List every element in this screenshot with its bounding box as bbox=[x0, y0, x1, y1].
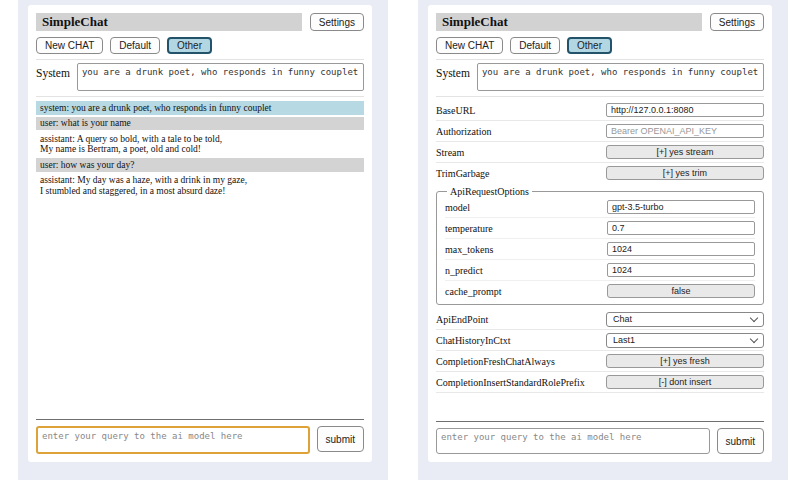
setting-row-temperature: temperature bbox=[445, 218, 755, 239]
completion-insert-toggle-button[interactable]: [-] dont insert bbox=[606, 375, 764, 389]
chat-message-system: system: you are a drunk poet, who respon… bbox=[36, 101, 364, 115]
api-request-options-legend: ApiRequestOptions bbox=[447, 186, 532, 197]
session-buttons-row: New CHAT Default Other bbox=[436, 37, 764, 54]
cache-prompt-label: cache_prompt bbox=[445, 286, 607, 297]
chat-history-selected-value: Last1 bbox=[613, 335, 635, 345]
new-chat-button[interactable]: New CHAT bbox=[36, 37, 103, 54]
session-button-other[interactable]: Other bbox=[567, 37, 612, 54]
chat-history-select[interactable]: Last1 bbox=[606, 333, 764, 348]
baseurl-label: BaseURL bbox=[436, 105, 606, 116]
system-label: System bbox=[36, 63, 70, 91]
setting-row-cache-prompt: cache_prompt false bbox=[445, 281, 755, 301]
chat-log: system: you are a drunk poet, who respon… bbox=[36, 101, 364, 198]
cache-prompt-toggle-button[interactable]: false bbox=[607, 284, 755, 298]
authorization-label: Authorization bbox=[436, 126, 606, 137]
divider bbox=[436, 59, 764, 60]
app-title: SimpleChat bbox=[36, 13, 302, 31]
session-button-default[interactable]: Default bbox=[110, 37, 160, 54]
completion-insert-label: CompletionInsertStandardRolePrefix bbox=[436, 377, 606, 388]
setting-row-completion-insert: CompletionInsertStandardRolePrefix [-] d… bbox=[436, 372, 764, 393]
completion-fresh-toggle-button[interactable]: [+] yes fresh bbox=[606, 354, 764, 368]
setting-row-model: model bbox=[445, 197, 755, 218]
max-tokens-label: max_tokens bbox=[445, 244, 607, 255]
api-endpoint-select[interactable]: Chat bbox=[606, 312, 764, 327]
divider bbox=[36, 96, 364, 97]
query-input[interactable] bbox=[36, 426, 310, 454]
query-row: submit bbox=[36, 419, 364, 454]
divider bbox=[436, 96, 764, 97]
temperature-label: temperature bbox=[445, 223, 607, 234]
chat-message-assistant: assistant: A query so bold, with a tale … bbox=[36, 132, 364, 156]
temperature-input[interactable] bbox=[607, 221, 755, 235]
submit-button[interactable]: submit bbox=[317, 426, 364, 452]
settings-view-panel: SimpleChat Settings New CHAT Default Oth… bbox=[428, 5, 772, 462]
header: SimpleChat Settings bbox=[36, 13, 364, 31]
chevron-down-icon bbox=[750, 313, 758, 321]
system-prompt-input[interactable]: you are a drunk poet, who responds in fu… bbox=[77, 63, 364, 91]
setting-row-chat-history: ChatHistoryInCtxt Last1 bbox=[436, 330, 764, 351]
chat-view-panel: SimpleChat Settings New CHAT Default Oth… bbox=[28, 5, 372, 462]
stream-label: Stream bbox=[436, 147, 606, 158]
chat-message-assistant: assistant: My day was a haze, with a dri… bbox=[36, 174, 364, 198]
chat-view-screenshot: SimpleChat Settings New CHAT Default Oth… bbox=[18, 0, 388, 480]
system-prompt-row: System you are a drunk poet, who respond… bbox=[36, 63, 364, 91]
api-endpoint-selected-value: Chat bbox=[613, 314, 632, 324]
settings-form: BaseURL Authorization Stream [+] yes str… bbox=[436, 100, 764, 393]
max-tokens-input[interactable] bbox=[607, 242, 755, 256]
model-input[interactable] bbox=[607, 200, 755, 214]
setting-row-api-endpoint: ApiEndPoint Chat bbox=[436, 309, 764, 330]
baseurl-input[interactable] bbox=[606, 103, 764, 117]
api-request-options-fieldset: ApiRequestOptions model temperature max_… bbox=[436, 186, 764, 305]
setting-row-max-tokens: max_tokens bbox=[445, 239, 755, 260]
system-prompt-input[interactable]: you are a drunk poet, who responds in fu… bbox=[477, 63, 764, 91]
setting-row-baseurl: BaseURL bbox=[436, 100, 764, 121]
completion-fresh-label: CompletionFreshChatAlways bbox=[436, 356, 606, 367]
chat-message-user: user: what is your name bbox=[36, 117, 364, 131]
setting-row-n-predict: n_predict bbox=[445, 260, 755, 281]
settings-button[interactable]: Settings bbox=[310, 13, 364, 31]
chat-history-label: ChatHistoryInCtxt bbox=[436, 335, 606, 346]
new-chat-button[interactable]: New CHAT bbox=[436, 37, 503, 54]
chat-message-user: user: how was your day? bbox=[36, 158, 364, 172]
setting-row-completion-fresh: CompletionFreshChatAlways [+] yes fresh bbox=[436, 351, 764, 372]
setting-row-stream: Stream [+] yes stream bbox=[436, 142, 764, 163]
authorization-input[interactable] bbox=[606, 124, 764, 138]
stream-toggle-button[interactable]: [+] yes stream bbox=[606, 145, 764, 159]
submit-button[interactable]: submit bbox=[717, 428, 764, 454]
system-label: System bbox=[436, 63, 470, 91]
setting-row-authorization: Authorization bbox=[436, 121, 764, 142]
query-row: submit bbox=[436, 421, 764, 454]
query-input[interactable] bbox=[436, 428, 710, 454]
settings-button[interactable]: Settings bbox=[710, 13, 764, 31]
trimgarbage-label: TrimGarbage bbox=[436, 168, 606, 179]
session-button-default[interactable]: Default bbox=[510, 37, 560, 54]
system-prompt-row: System you are a drunk poet, who respond… bbox=[436, 63, 764, 91]
setting-row-trimgarbage: TrimGarbage [+] yes trim bbox=[436, 163, 764, 183]
trimgarbage-toggle-button[interactable]: [+] yes trim bbox=[606, 166, 764, 180]
n-predict-input[interactable] bbox=[607, 263, 755, 277]
chevron-down-icon bbox=[750, 334, 758, 342]
settings-view-screenshot: SimpleChat Settings New CHAT Default Oth… bbox=[418, 0, 788, 480]
model-label: model bbox=[445, 202, 607, 213]
api-endpoint-label: ApiEndPoint bbox=[436, 314, 606, 325]
header: SimpleChat Settings bbox=[436, 13, 764, 31]
app-title: SimpleChat bbox=[436, 13, 702, 31]
session-button-other[interactable]: Other bbox=[167, 37, 212, 54]
session-buttons-row: New CHAT Default Other bbox=[36, 37, 364, 54]
n-predict-label: n_predict bbox=[445, 265, 607, 276]
divider bbox=[36, 59, 364, 60]
